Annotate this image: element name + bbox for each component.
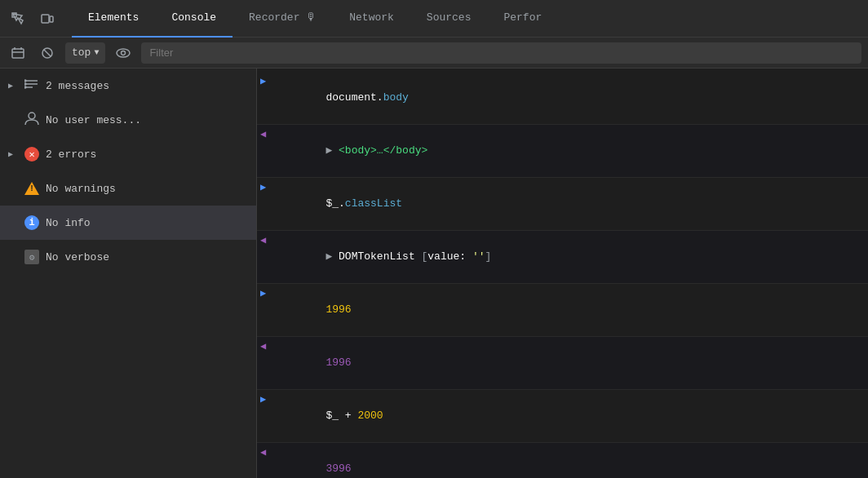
console-text: document.body <box>275 73 860 122</box>
console-line: ◀ ▶ <body>…</body> <box>257 125 868 178</box>
sidebar: ▶ 2 messages ▶ No u <box>0 69 257 478</box>
console-line: ▶ $_ + 2000 <box>257 390 868 443</box>
info-label: No info <box>46 217 91 229</box>
info-icon: i <box>24 215 39 230</box>
warning-icon <box>24 182 39 195</box>
console-text: 1996 <box>275 339 860 387</box>
sidebar-item-messages[interactable]: ▶ 2 messages <box>0 69 256 103</box>
tab-bar: Elements Console Recorder 🎙 Network Sour… <box>0 0 868 38</box>
messages-label: 2 messages <box>46 80 109 92</box>
console-text: ▶ <body>…</body> <box>275 126 860 175</box>
svg-rect-1 <box>42 15 49 23</box>
console-line: ▶ $_.classList <box>257 178 868 231</box>
verbose-icon: ⚙ <box>24 250 39 264</box>
console-line: ◀ ▶ DOMTokenList [value: ''] <box>257 231 868 284</box>
console-line: ◀ 3996 <box>257 443 868 478</box>
verbose-label: No verbose <box>46 251 109 263</box>
input-arrow: ▶ <box>260 287 272 299</box>
main-area: ▶ 2 messages ▶ No u <box>0 69 868 478</box>
stop-icon[interactable] <box>36 42 59 64</box>
sidebar-item-warnings[interactable]: ▶ No warnings <box>0 171 256 206</box>
svg-rect-3 <box>12 49 24 58</box>
output-arrow: ◀ <box>260 128 272 140</box>
console-text: $_ + 2000 <box>275 392 860 440</box>
input-arrow: ▶ <box>260 75 272 87</box>
tab-console[interactable]: Console <box>155 0 232 38</box>
context-selector[interactable]: top ▼ <box>65 42 105 64</box>
warnings-label: No warnings <box>46 183 116 195</box>
tab-elements[interactable]: Elements <box>72 0 155 38</box>
inspect-icon[interactable] <box>7 7 29 30</box>
context-label: top <box>72 46 91 59</box>
console-text: 3996 <box>275 445 860 478</box>
sidebar-item-user[interactable]: ▶ No user mess... <box>0 103 256 137</box>
svg-point-14 <box>24 80 26 82</box>
error-icon: ✕ <box>24 147 39 162</box>
sidebar-item-verbose[interactable]: ▶ ⚙ No verbose <box>0 240 256 274</box>
console-output[interactable]: ▶ document.body ◀ ▶ <body>…</body> ▶ $_.… <box>257 69 868 478</box>
expand-arrow-messages: ▶ <box>8 81 18 91</box>
filter-input[interactable] <box>141 42 861 64</box>
output-arrow: ◀ <box>260 446 272 458</box>
tab-recorder[interactable]: Recorder 🎙 <box>232 0 333 38</box>
console-toolbar: top ▼ <box>0 38 868 69</box>
tab-sources[interactable]: Sources <box>410 0 488 38</box>
svg-rect-2 <box>50 16 53 22</box>
tab-performance[interactable]: Perfor <box>487 0 558 38</box>
device-icon[interactable] <box>36 7 59 30</box>
clear-console-button[interactable] <box>7 42 29 64</box>
errors-label: 2 errors <box>46 148 96 161</box>
console-text: $_.classList <box>275 179 860 228</box>
output-arrow: ◀ <box>260 234 272 246</box>
sidebar-item-errors[interactable]: ▶ ✕ 2 errors <box>0 137 256 171</box>
expand-arrow-errors: ▶ <box>8 149 18 159</box>
user-icon <box>24 111 39 129</box>
user-label: No user mess... <box>46 114 141 126</box>
console-line: ◀ 1996 <box>257 337 868 390</box>
sidebar-item-info[interactable]: ▶ i No info <box>0 206 256 240</box>
svg-point-9 <box>117 49 130 57</box>
console-line: ▶ 1996 <box>257 284 868 337</box>
chevron-down-icon: ▼ <box>94 48 99 57</box>
console-text: 1996 <box>275 285 860 334</box>
output-arrow: ◀ <box>260 340 272 352</box>
eye-icon[interactable] <box>112 42 135 64</box>
console-text: ▶ DOMTokenList [value: ''] <box>275 232 860 281</box>
svg-point-17 <box>29 113 35 119</box>
svg-point-10 <box>122 51 126 55</box>
input-arrow: ▶ <box>260 393 272 405</box>
input-arrow: ▶ <box>260 181 272 193</box>
tab-network[interactable]: Network <box>333 0 410 38</box>
messages-icon <box>24 77 39 95</box>
console-line: ▶ document.body <box>257 72 868 125</box>
svg-point-16 <box>24 86 26 88</box>
svg-point-15 <box>24 83 26 85</box>
svg-line-8 <box>44 50 51 56</box>
tab-icon-group <box>7 7 59 30</box>
